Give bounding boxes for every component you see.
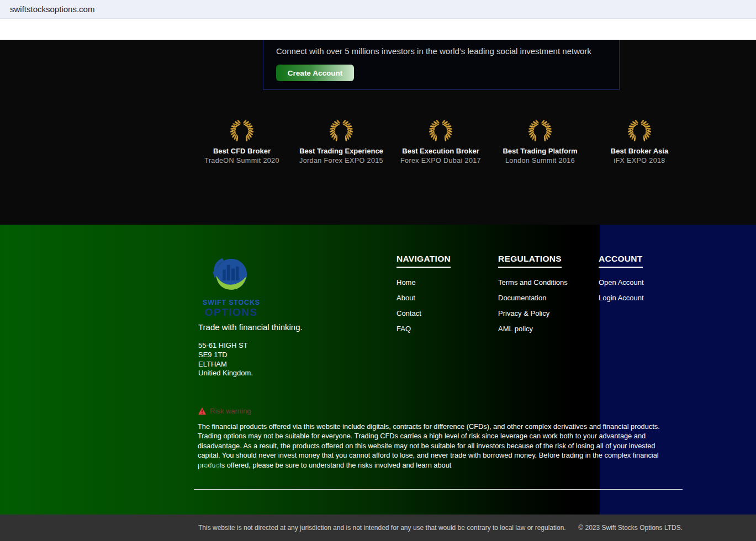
footer-link-home[interactable]: Home bbox=[396, 279, 416, 287]
navigation-heading: NAVIGATION bbox=[396, 254, 451, 268]
page-url[interactable]: swiftstocksoptions.com bbox=[10, 0, 94, 18]
cta-card: Connect with over 5 millions investors i… bbox=[263, 40, 620, 90]
swift-stocks-logo-icon bbox=[211, 255, 252, 296]
account-heading: ACCOUNT bbox=[599, 254, 643, 268]
awards-row: Best CFD Broker TradeON Summit 2020 Best… bbox=[192, 117, 689, 165]
footer-link-aml[interactable]: AML policy bbox=[498, 325, 533, 333]
footer-column-navigation: NAVIGATION Home About Contact FAQ bbox=[396, 254, 451, 339]
brand-logo: SWIFT STOCKS OPTIONS bbox=[197, 255, 266, 319]
address-line: ELTHAM bbox=[198, 360, 253, 369]
award-event: TradeON Summit 2020 bbox=[192, 157, 292, 165]
laurel-wreath-icon bbox=[226, 117, 258, 146]
company-address: 55-61 HIGH ST SE9 1TD ELTHAM Unitied Kin… bbox=[198, 341, 253, 378]
footer-divider bbox=[194, 489, 683, 490]
footer-link-documentation[interactable]: Documentation bbox=[498, 294, 546, 302]
footer-column-account: ACCOUNT Open Account Login Account bbox=[599, 254, 644, 308]
laurel-wreath-icon bbox=[524, 117, 556, 146]
award-item: Best Trading Platform London Summit 2016 bbox=[490, 117, 590, 165]
jurisdiction-notice: This website is not directed at any juri… bbox=[198, 524, 566, 532]
cta-message: Connect with over 5 millions investors i… bbox=[276, 46, 591, 56]
award-item: Best Execution Broker Forex EXPO Dubai 2… bbox=[391, 117, 490, 165]
award-event: iFX EXPO 2018 bbox=[590, 157, 689, 165]
footer-link-login-account[interactable]: Login Account bbox=[599, 294, 644, 302]
risk-warning-label: Risk warning bbox=[198, 407, 251, 415]
footer-link-about[interactable]: About bbox=[396, 294, 415, 302]
award-title: Best CFD Broker bbox=[192, 147, 292, 155]
logo-text-top: SWIFT STOCKS bbox=[197, 299, 266, 306]
legal-bottom-bar: This website is not directed at any juri… bbox=[0, 515, 756, 541]
laurel-wreath-icon bbox=[425, 117, 457, 146]
create-account-button[interactable]: Create Account bbox=[276, 65, 354, 81]
award-item: Best Broker Asia iFX EXPO 2018 bbox=[590, 117, 689, 165]
footer: SWIFT STOCKS OPTIONS Trade with financia… bbox=[0, 225, 756, 515]
award-title: Best Trading Platform bbox=[490, 147, 590, 155]
award-event: London Summit 2016 bbox=[490, 157, 590, 165]
hero-section: Connect with over 5 millions investors i… bbox=[0, 40, 756, 225]
risk-warning-text: Risk warning bbox=[210, 407, 251, 415]
award-title: Best Execution Broker bbox=[391, 147, 490, 155]
award-item: Best Trading Experience Jordan Forex EXP… bbox=[292, 117, 391, 165]
risk-disclaimer-paragraph: The financial products offered via this … bbox=[198, 422, 678, 470]
address-line: SE9 1TD bbox=[198, 351, 253, 360]
address-line: 55-61 HIGH ST bbox=[198, 341, 253, 351]
logo-text-bottom: OPTIONS bbox=[197, 306, 266, 319]
warning-triangle-icon bbox=[198, 407, 206, 415]
regulations-heading: REGULATIONS bbox=[498, 254, 562, 268]
footer-tagline: Trade with financial thinking. bbox=[198, 322, 303, 332]
footer-link-privacy[interactable]: Privacy & Policy bbox=[498, 310, 549, 317]
footer-link-contact[interactable]: Contact bbox=[396, 310, 421, 317]
address-line: Unitied Kingdom. bbox=[198, 369, 253, 378]
award-event: Jordan Forex EXPO 2015 bbox=[292, 157, 391, 165]
copyright-notice: © 2023 Swift Stocks Options LTDS. bbox=[578, 524, 683, 532]
page-header-strip bbox=[0, 19, 756, 40]
laurel-wreath-icon bbox=[623, 117, 655, 146]
footer-link-terms[interactable]: Terms and Conditions bbox=[498, 279, 568, 287]
laurel-wreath-icon bbox=[325, 117, 357, 146]
footer-link-faq[interactable]: FAQ bbox=[396, 325, 411, 333]
award-item: Best CFD Broker TradeON Summit 2020 bbox=[192, 117, 292, 165]
award-title: Best Trading Experience bbox=[292, 147, 391, 155]
footer-column-regulations: REGULATIONS Terms and Conditions Documen… bbox=[498, 254, 568, 339]
trading-link[interactable]: trading. bbox=[198, 461, 222, 469]
footer-link-open-account[interactable]: Open Account bbox=[599, 279, 644, 287]
award-title: Best Broker Asia bbox=[590, 147, 689, 155]
browser-address-bar[interactable]: swiftstocksoptions.com bbox=[0, 0, 756, 19]
award-event: Forex EXPO Dubai 2017 bbox=[391, 157, 490, 165]
